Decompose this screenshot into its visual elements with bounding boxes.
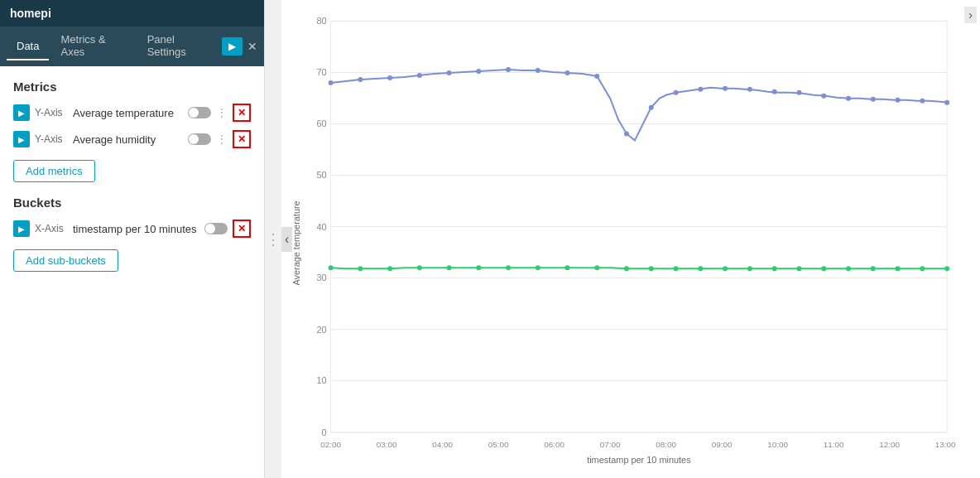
tab-actions: ▶ ✕	[222, 37, 257, 56]
svg-point-67	[649, 266, 654, 271]
humidity-line	[331, 268, 948, 268]
play-button[interactable]: ▶	[222, 37, 243, 56]
add-metrics-button[interactable]: Add metrics	[13, 160, 95, 182]
expand-metric-1-button[interactable]: ▶	[13, 104, 30, 121]
svg-point-61	[476, 265, 481, 270]
metric-1-toggle[interactable]	[188, 107, 211, 118]
svg-point-54	[920, 99, 925, 104]
svg-text:09:00: 09:00	[712, 440, 733, 449]
expand-metric-2-button[interactable]: ▶	[13, 131, 30, 147]
svg-text:04:00: 04:00	[432, 440, 453, 449]
chart-svg: Average temperature 0 10 20 30 40 50	[290, 8, 963, 470]
svg-text:10: 10	[317, 375, 327, 385]
tab-metrics-axes[interactable]: Metrics & Axes	[50, 27, 135, 66]
y-axis-label: Average temperature	[291, 200, 301, 285]
tab-panel-settings[interactable]: Panel Settings	[137, 27, 220, 66]
svg-text:40: 40	[317, 222, 327, 232]
metric-2-drag-handle[interactable]: ⋮	[216, 133, 228, 146]
svg-point-68	[674, 266, 679, 271]
metric-2-delete-button[interactable]: ✕	[233, 130, 251, 148]
svg-text:10:00: 10:00	[767, 440, 788, 449]
svg-text:05:00: 05:00	[488, 440, 509, 449]
close-tab-button[interactable]: ✕	[247, 40, 257, 53]
svg-point-74	[821, 266, 826, 271]
svg-point-41	[594, 74, 599, 79]
svg-point-51	[846, 96, 851, 101]
svg-text:30: 30	[317, 273, 327, 282]
metric-2-toggle[interactable]	[188, 133, 211, 145]
svg-text:02:00: 02:00	[320, 440, 341, 449]
svg-point-78	[920, 266, 925, 271]
bucket-1-name: timestamp per 10 minutes	[73, 223, 199, 235]
svg-point-55	[944, 100, 949, 105]
svg-text:11:00: 11:00	[824, 440, 844, 449]
svg-point-75	[846, 266, 851, 271]
svg-point-66	[624, 266, 629, 271]
svg-text:07:00: 07:00	[600, 440, 621, 449]
svg-point-42	[624, 131, 629, 136]
svg-point-46	[723, 86, 728, 91]
svg-point-72	[772, 266, 777, 271]
svg-point-34	[387, 75, 392, 80]
metric-2-axis-label: Y-Axis	[35, 133, 68, 145]
svg-text:03:00: 03:00	[377, 440, 397, 449]
svg-text:80: 80	[317, 16, 327, 26]
svg-point-57	[358, 266, 363, 271]
svg-point-43	[649, 105, 654, 110]
svg-point-73	[796, 266, 801, 271]
svg-point-52	[871, 97, 876, 102]
svg-point-40	[565, 70, 570, 75]
metric-row-2: ▶ Y-Axis Average humidity ⋮ ✕	[13, 130, 251, 148]
svg-text:08:00: 08:00	[656, 440, 676, 449]
svg-point-33	[358, 77, 363, 82]
metric-row-1: ▶ Y-Axis Average temperature ⋮ ✕	[13, 104, 251, 122]
sidebar-content: Metrics ▶ Y-Axis Average temperature ⋮ ✕…	[0, 66, 264, 478]
metric-1-name: Average temperature	[73, 107, 183, 119]
metrics-section-title: Metrics	[13, 80, 251, 94]
add-sub-buckets-button[interactable]: Add sub-buckets	[13, 249, 118, 272]
three-dots-icon: ⋮	[266, 230, 281, 249]
svg-text:0: 0	[322, 427, 327, 437]
chart-area-wrapper: ‹ › Average temperature 0 10 20 30 40	[281, 0, 980, 478]
metric-2-name: Average humidity	[73, 133, 183, 146]
svg-point-44	[674, 90, 679, 95]
svg-point-35	[417, 73, 422, 78]
app-title: homepi	[0, 0, 264, 27]
svg-text:70: 70	[317, 67, 327, 77]
svg-point-60	[447, 265, 452, 270]
svg-point-65	[594, 265, 599, 270]
svg-text:20: 20	[317, 325, 327, 335]
svg-text:60: 60	[317, 118, 327, 128]
bucket-1-delete-button[interactable]: ✕	[233, 220, 251, 238]
svg-point-76	[871, 266, 876, 271]
svg-point-58	[387, 266, 392, 271]
svg-point-70	[723, 266, 728, 271]
svg-text:13:00: 13:00	[935, 440, 956, 449]
bucket-1-axis-label: X-Axis	[35, 223, 68, 234]
svg-point-69	[698, 266, 703, 271]
sidebar: homepi Data Metrics & Axes Panel Setting…	[0, 0, 265, 478]
svg-point-59	[417, 265, 422, 270]
svg-point-79	[944, 266, 949, 271]
bucket-row-1: ▶ X-Axis timestamp per 10 minutes ✕	[13, 220, 251, 238]
svg-point-39	[536, 68, 540, 73]
svg-point-49	[796, 90, 801, 95]
svg-point-38	[506, 67, 511, 72]
metric-1-drag-handle[interactable]: ⋮	[216, 106, 228, 119]
expand-bucket-1-button[interactable]: ▶	[13, 220, 30, 237]
panel-resize-handle[interactable]: ⋮	[265, 0, 281, 478]
svg-point-50	[821, 94, 826, 99]
svg-point-63	[536, 265, 540, 270]
svg-point-53	[896, 98, 901, 103]
tab-bar: Data Metrics & Axes Panel Settings ▶ ✕	[0, 27, 264, 66]
svg-text:12:00: 12:00	[879, 440, 900, 449]
svg-point-71	[747, 266, 752, 271]
bucket-1-toggle[interactable]	[204, 223, 228, 234]
metric-1-delete-button[interactable]: ✕	[233, 104, 251, 122]
tab-data[interactable]: Data	[7, 33, 49, 60]
svg-point-77	[896, 266, 901, 271]
svg-text:timestamp per 10 minutes: timestamp per 10 minutes	[587, 456, 691, 466]
chart-area: Average temperature 0 10 20 30 40 50	[281, 0, 980, 478]
svg-point-48	[772, 89, 777, 94]
buckets-section-title: Buckets	[13, 196, 251, 210]
